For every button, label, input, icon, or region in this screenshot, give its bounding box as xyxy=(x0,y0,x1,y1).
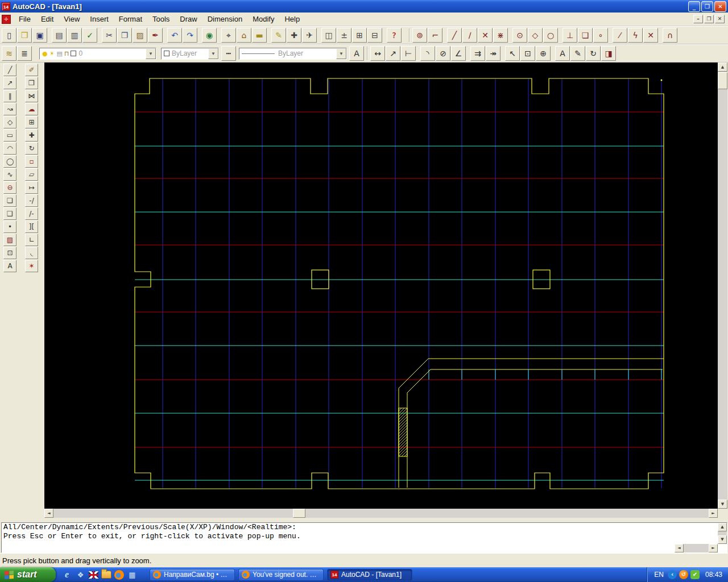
snap-center-button[interactable]: ⊙ xyxy=(512,28,527,43)
color-dropdown-arrow-icon[interactable]: ▼ xyxy=(208,48,218,59)
minimize-button[interactable]: _ xyxy=(688,1,700,12)
trim-button[interactable]: -/ xyxy=(25,194,38,207)
taskbar-window-autocad[interactable]: 14 AutoCAD - [Tavan1] xyxy=(327,569,412,581)
linear-dimension-button[interactable]: ↔ xyxy=(370,46,385,61)
snap-tangent-button[interactable]: ○ xyxy=(543,28,558,43)
snap-node-button[interactable]: ∘ xyxy=(593,28,608,43)
temporary-tracking-button[interactable]: ⊚ xyxy=(412,28,427,43)
language-indicator[interactable]: EN xyxy=(654,571,664,579)
mdi-close-button[interactable]: ✕ xyxy=(715,15,725,23)
snap-none-button[interactable]: ✕ xyxy=(643,28,658,43)
layer-control-combo[interactable]: ●☀▤⊓ 0 ▼ xyxy=(39,48,156,60)
dimension-edit-button[interactable]: ✎ xyxy=(570,46,585,61)
help-button[interactable]: ? xyxy=(387,28,402,43)
menu-item[interactable]: Draw xyxy=(175,13,202,25)
menu-item[interactable]: Modify xyxy=(247,13,279,25)
snap-intersection-button[interactable]: ✕ xyxy=(478,28,493,43)
firefox-icon[interactable] xyxy=(114,570,124,580)
arc-button[interactable]: ◠ xyxy=(3,142,16,155)
scroll-down-icon[interactable]: ▼ xyxy=(718,535,727,544)
point-button[interactable]: • xyxy=(3,221,16,233)
chamfer-button[interactable]: ∟ xyxy=(25,234,38,246)
erase-button[interactable]: ✐ xyxy=(25,64,38,76)
aerial-view-button[interactable]: ✈ xyxy=(302,28,317,43)
mdi-minimize-button[interactable]: – xyxy=(693,15,703,23)
snap-insert-button[interactable]: ❏ xyxy=(578,28,593,43)
start-button[interactable]: start xyxy=(0,567,56,582)
scroll-left-icon[interactable]: ◄ xyxy=(675,544,684,552)
paste-button[interactable]: ▨ xyxy=(133,28,147,43)
zoom-window-button[interactable]: ⊞ xyxy=(352,28,367,43)
copy-object-button[interactable]: ❐ xyxy=(25,77,38,89)
menu-item[interactable]: Tools xyxy=(147,13,175,25)
linetype-dropdown-arrow-icon[interactable]: ▼ xyxy=(336,48,346,59)
print-preview-button[interactable]: ▥ xyxy=(67,28,82,43)
insert-hyperlink-button[interactable]: ◉ xyxy=(202,28,217,43)
snap-perpendicular-button[interactable]: ⊥ xyxy=(562,28,577,43)
snap-midpoint-button[interactable]: ∕ xyxy=(462,28,477,43)
cut-button[interactable]: ✂ xyxy=(102,28,117,43)
folder-icon[interactable] xyxy=(101,571,111,579)
make-layer-current-button[interactable]: ≋ xyxy=(2,46,16,61)
break-button[interactable]: ][ xyxy=(25,221,38,233)
polygon-button[interactable]: ◇ xyxy=(3,116,16,128)
scroll-right-icon[interactable]: ► xyxy=(709,544,718,552)
tray-antivirus-icon[interactable]: ✔ xyxy=(690,570,700,579)
region-button[interactable]: ⊡ xyxy=(3,247,16,259)
internet-explorer-icon[interactable]: e xyxy=(61,569,72,580)
pan-button[interactable]: ✚ xyxy=(287,28,301,43)
color-control-combo[interactable]: ByLayer ▼ xyxy=(161,48,219,60)
menu-item[interactable]: Help xyxy=(279,13,305,25)
tray-messenger-icon[interactable]: ‹ xyxy=(668,570,677,579)
zoom-realtime-button[interactable]: ± xyxy=(337,28,351,43)
layer-dropdown-arrow-icon[interactable]: ▼ xyxy=(146,48,156,59)
line-button[interactable]: ╱ xyxy=(3,64,16,76)
ucs-flyout-button[interactable]: ⌂ xyxy=(237,28,251,43)
scroll-right-icon[interactable]: ► xyxy=(709,509,718,518)
aligned-dimension-button[interactable]: ↗ xyxy=(386,46,400,61)
redo-button[interactable]: ↷ xyxy=(183,28,197,43)
rotate-button[interactable]: ↻ xyxy=(25,142,38,155)
horizontal-scrollbar[interactable]: ◄ ► xyxy=(44,509,718,518)
show-desktop-icon[interactable]: ❖ xyxy=(75,569,86,580)
menu-item[interactable]: View xyxy=(59,13,85,25)
vertical-scrollbar[interactable]: ▲ ▼ xyxy=(718,63,727,509)
menu-item[interactable]: Edit xyxy=(36,13,59,25)
mirror-button[interactable]: ⋈ xyxy=(25,90,38,102)
taskbar-window-napravisam[interactable]: НаправиСам.bg • Ви... xyxy=(150,569,235,581)
match-properties-button[interactable]: ✒ xyxy=(148,28,163,43)
vertical-scroll-thumb[interactable] xyxy=(718,72,727,89)
scroll-down-icon[interactable]: ▼ xyxy=(718,500,727,509)
diameter-dimension-button[interactable]: ⊘ xyxy=(436,46,450,61)
make-block-button[interactable]: ❑ xyxy=(3,207,16,220)
angular-dimension-button[interactable]: ∠ xyxy=(451,46,466,61)
zoom-previous-button[interactable]: ⊟ xyxy=(367,28,382,43)
calculator-icon[interactable]: ▦ xyxy=(127,569,138,580)
offset-button[interactable]: ☁ xyxy=(25,103,38,115)
lengthen-button[interactable]: ↦ xyxy=(25,181,38,194)
spline-button[interactable]: ∿ xyxy=(3,168,16,181)
quick-snap-button[interactable]: ϟ xyxy=(628,28,643,43)
language-flag-icon[interactable] xyxy=(89,571,98,579)
menu-item[interactable]: File xyxy=(14,13,36,25)
command-text-area[interactable]: All/Center/Dynamic/Extents/Previous/Scal… xyxy=(1,522,727,553)
snap-endpoint-button[interactable]: ╱ xyxy=(447,28,462,43)
close-button[interactable]: ✕ xyxy=(714,1,726,12)
snap-nearest-button[interactable]: ⁄ xyxy=(613,28,627,43)
print-button[interactable]: ▤ xyxy=(52,28,67,43)
named-views-button[interactable]: ◫ xyxy=(321,28,336,43)
move-button[interactable]: ✚ xyxy=(25,129,38,142)
snap-apparent-intersection-button[interactable]: ⋇ xyxy=(493,28,508,43)
mdi-restore-button[interactable]: ❐ xyxy=(704,15,714,23)
scale-button[interactable]: ▫ xyxy=(25,155,38,168)
array-button[interactable]: ⊞ xyxy=(25,116,38,128)
fillet-button[interactable]: ◟ xyxy=(25,247,38,259)
construction-line-button[interactable]: ↗ xyxy=(3,77,16,89)
snap-from-button[interactable]: ⌐ xyxy=(428,28,442,43)
continue-dimension-button[interactable]: ↠ xyxy=(486,46,500,61)
multiline-button[interactable]: ∥ xyxy=(3,90,16,102)
linetype-button[interactable]: ┅ xyxy=(221,46,236,61)
taskbar-window-signed-out[interactable]: You've signed out. Se... xyxy=(238,569,324,581)
save-button[interactable]: ▣ xyxy=(32,28,47,43)
scroll-up-icon[interactable]: ▲ xyxy=(718,63,727,72)
